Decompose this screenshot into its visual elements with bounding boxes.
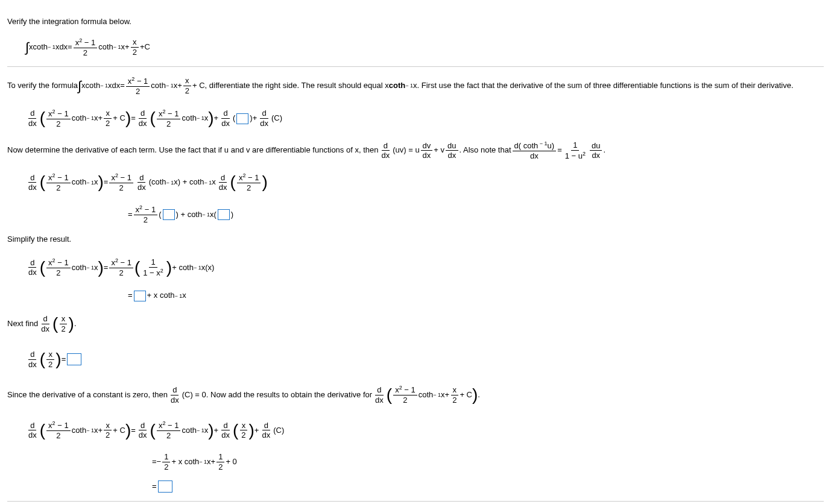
- simplify-header: Simplify the result.: [7, 233, 824, 246]
- product-rule-line-2: = x2 − 12 () + coth − 1x(): [128, 204, 824, 225]
- answer-input-4[interactable]: [134, 291, 146, 301]
- answer-input-1[interactable]: [236, 113, 248, 124]
- answer-input-2[interactable]: [163, 209, 175, 220]
- verify-line: To verify the formula ∫ x coth − 1x dx =…: [7, 75, 824, 96]
- answer-input-5[interactable]: [67, 353, 81, 365]
- determine-line: Now determine the derivative of each ter…: [7, 140, 824, 161]
- problem-header: Verify the integration formula below.: [7, 16, 824, 28]
- divider: [7, 66, 824, 67]
- header-text: Verify the integration formula below.: [7, 16, 131, 28]
- simplify-line-1: ddx ( x2 − 12 coth − 1x ) = x2 − 12 ( 11…: [25, 254, 824, 282]
- product-rule-line-1: ddx ( x2 − 12 coth − 1x ) = x2 − 12 ddx …: [25, 169, 824, 196]
- final-line-3: =: [152, 480, 824, 493]
- next-find-line: Next find ddx ( x2 ).: [7, 310, 824, 338]
- divider: [7, 501, 824, 502]
- final-line-2: = − 12 + x coth − 1x + 12 + 0: [152, 452, 824, 471]
- simplify-line-2: = + x coth − 1x: [128, 289, 824, 302]
- formula-main: ∫ x coth − 1x dx = x2 − 12 coth − 1x + x…: [25, 37, 824, 58]
- answer-input-6[interactable]: [158, 480, 172, 493]
- next-find-eq: ddx ( x2 ) =: [25, 346, 824, 373]
- deriv-split-line: ddx ( x2 − 12 coth − 1x + x2 + C ) = ddx…: [25, 105, 824, 132]
- answer-input-3[interactable]: [218, 209, 230, 220]
- final-line-1: ddx ( x2 − 12 coth − 1x + x2 + C ) = ddx…: [25, 417, 824, 444]
- since-line: Since the derivative of a constant is ze…: [7, 382, 824, 409]
